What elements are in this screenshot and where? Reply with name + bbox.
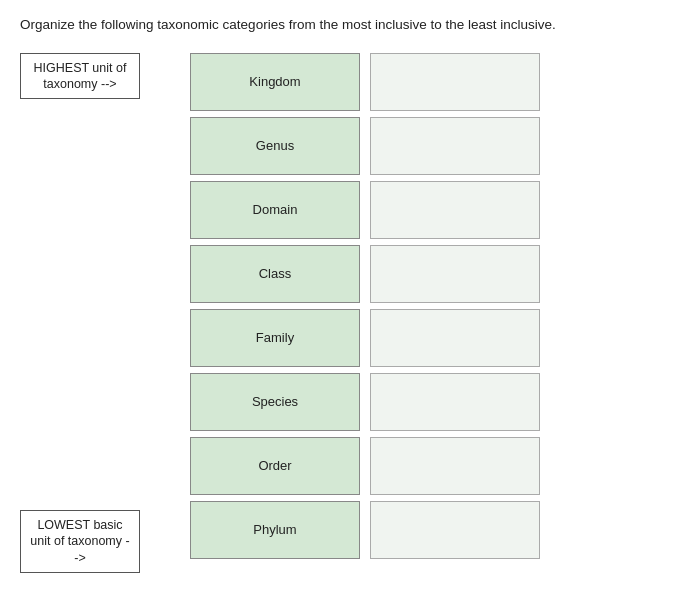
content-area: HIGHEST unit of taxonomy --> LOWEST basi…	[20, 53, 680, 573]
taxonomy-list: Kingdom Genus Domain Class Family Specie…	[190, 53, 360, 559]
drop-box-7[interactable]	[370, 437, 540, 495]
drop-box-4[interactable]	[370, 245, 540, 303]
taxonomy-item-class[interactable]: Class	[190, 245, 360, 303]
drop-box-6[interactable]	[370, 373, 540, 431]
taxonomy-item-phylum[interactable]: Phylum	[190, 501, 360, 559]
taxonomy-item-genus[interactable]: Genus	[190, 117, 360, 175]
taxonomy-item-domain[interactable]: Domain	[190, 181, 360, 239]
highest-label: HIGHEST unit of taxonomy -->	[20, 53, 140, 100]
drop-box-5[interactable]	[370, 309, 540, 367]
taxonomy-item-order[interactable]: Order	[190, 437, 360, 495]
taxonomy-item-species[interactable]: Species	[190, 373, 360, 431]
taxonomy-item-family[interactable]: Family	[190, 309, 360, 367]
drop-box-2[interactable]	[370, 117, 540, 175]
left-labels: HIGHEST unit of taxonomy --> LOWEST basi…	[20, 53, 180, 573]
drop-box-1[interactable]	[370, 53, 540, 111]
drop-box-8[interactable]	[370, 501, 540, 559]
page: Organize the following taxonomic categor…	[0, 0, 700, 614]
drop-target-list	[370, 53, 540, 559]
drop-box-3[interactable]	[370, 181, 540, 239]
instruction-text: Organize the following taxonomic categor…	[20, 16, 680, 35]
taxonomy-item-kingdom[interactable]: Kingdom	[190, 53, 360, 111]
lowest-label: LOWEST basic unit of taxonomy -->	[20, 510, 140, 573]
